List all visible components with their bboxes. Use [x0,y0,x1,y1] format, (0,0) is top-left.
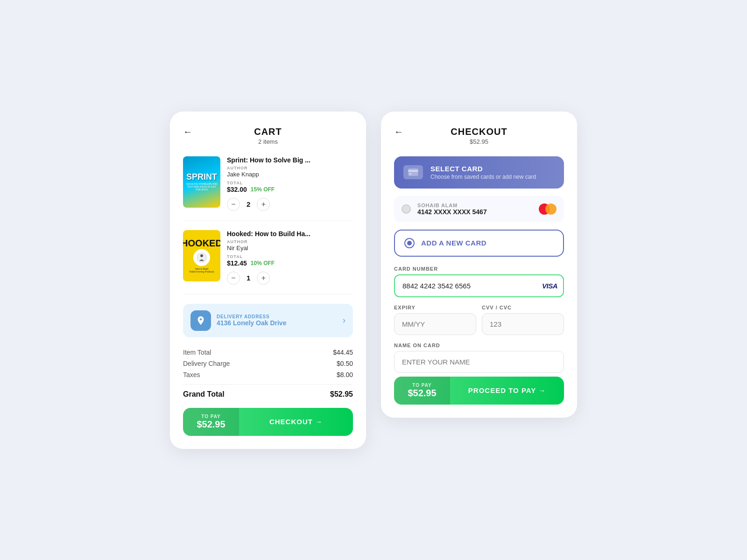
proceed-to-pay-button[interactable]: TO PAY $52.95 PROCEED TO PAY → [394,377,564,405]
item-price-1: $32.00 [227,186,247,193]
item-author-1: Jake Knapp [227,171,353,178]
proceed-action-label: PROCEED TO PAY → [450,386,564,394]
qty-control-1: − 2 + [227,198,353,211]
item-info-1: Sprint: How to Solve Big ... AUTHOR Jake… [227,156,353,211]
item-price-row-2: $12.45 10% OFF [227,259,353,267]
select-card-text: SELECT CARD Choose from saved cards or a… [430,165,536,180]
expiry-label: EXPIRY [394,305,476,310]
proceed-amount: $52.95 [403,388,441,399]
delivery-charge-value: $0.50 [337,360,353,367]
svg-point-1 [200,254,203,257]
item-title-2: Hooked: How to Build Ha... [227,230,353,238]
mastercard-icon [539,203,557,215]
add-new-card-button[interactable]: ADD A NEW CARD [394,230,564,257]
cvv-label: CVV / CVC [482,305,564,310]
checkout-subtitle: $52.95 [470,138,488,145]
cart-title: CART [254,126,282,137]
add-new-card-label: ADD A NEW CARD [421,239,486,247]
item-total-label-2: TOTAL [227,254,353,259]
saved-card-number: 4142 XXXX XXXX 5467 [417,208,532,216]
taxes-value: $8.00 [337,371,353,378]
proceed-to-pay-label: TO PAY [403,383,441,388]
checkout-btn-left: TO PAY $52.95 [183,408,239,436]
card-number-label: CARD NUMBER [394,266,564,272]
item-total-value: $44.45 [333,349,353,356]
checkout-header: ← CHECKOUT $52.95 [394,126,564,145]
proceed-btn-left: TO PAY $52.95 [394,377,450,405]
saved-card-name: SOHAIB ALAM [417,203,532,208]
qty-control-2: − 1 + [227,272,353,285]
cvv-group: CVV / CVC [482,305,564,335]
item-total-label-1: TOTAL [227,181,353,185]
select-card-button[interactable]: SELECT CARD Choose from saved cards or a… [394,156,564,189]
delivery-text: DELIVERY ADDRESS 4136 Lonely Oak Drive [217,314,337,327]
svg-rect-4 [409,174,411,175]
item-author-label-1: AUTHOR [227,166,353,170]
saved-card[interactable]: SOHAIB ALAM 4142 XXXX XXXX 5467 [394,196,564,222]
select-card-subtitle: Choose from saved cards or add new card [430,174,536,180]
expiry-cvv-row: EXPIRY CVV / CVC [394,305,564,335]
qty-increase-1[interactable]: + [257,198,270,211]
expiry-group: EXPIRY [394,305,476,335]
item-price-row-1: $32.00 15% OFF [227,186,353,193]
taxes-row: Taxes $8.00 [183,371,353,378]
qty-decrease-2[interactable]: − [227,272,240,285]
totals-section: Item Total $44.45 Delivery Charge $0.50 … [183,349,353,399]
delivery-address-box[interactable]: DELIVERY ADDRESS 4136 Lonely Oak Drive › [183,304,353,337]
cart-subtitle: 2 items [258,138,278,145]
checkout-panel: ← CHECKOUT $52.95 SELECT CARD Choose fro… [381,112,577,418]
delivery-row: Delivery Charge $0.50 [183,360,353,367]
cart-header: ← CART 2 items [183,126,353,145]
add-card-radio-inner [407,241,412,245]
checkout-to-pay-label: TO PAY [192,414,230,419]
item-discount-2: 10% OFF [251,260,275,266]
item-author-2: Nir Eyal [227,245,353,252]
saved-card-info: SOHAIB ALAM 4142 XXXX XXXX 5467 [417,203,532,216]
card-number-wrap: VISA [394,274,564,297]
grand-total-row: Grand Total $52.95 [183,384,353,399]
name-group: NAME ON CARD [394,343,564,373]
checkout-back-button[interactable]: ← [394,126,403,137]
item-discount-1: 15% OFF [251,186,275,193]
saved-card-radio [402,204,411,214]
item-info-2: Hooked: How to Build Ha... AUTHOR Nir Ey… [227,230,353,285]
item-author-label-2: AUTHOR [227,239,353,244]
name-input[interactable] [394,351,564,373]
select-card-title: SELECT CARD [430,165,536,173]
item-total-label: Item Total [183,349,211,356]
taxes-label: Taxes [183,371,200,378]
item-total-row: Item Total $44.45 [183,349,353,356]
delivery-icon [190,310,211,331]
cart-panel: ← CART 2 items SPRINT SOLVE BIG PROBLEMS… [170,112,366,449]
delivery-charge-label: Delivery Charge [183,360,230,367]
mc-circle-orange [545,203,557,215]
card-number-input[interactable] [394,274,564,297]
book-cover-sprint: SPRINT SOLVE BIG PROBLEMS AND TEST NEW I… [183,156,220,208]
delivery-address: 4136 Lonely Oak Drive [217,319,337,327]
delivery-chevron-icon: › [343,315,345,325]
card-icon [403,165,423,179]
grand-total-value: $52.95 [330,390,353,399]
item-price-2: $12.45 [227,259,247,267]
book-cover-hooked: HOOKED How to BuildHabit-Forming Product… [183,230,220,281]
svg-rect-3 [408,170,418,172]
qty-decrease-1[interactable]: − [227,198,240,211]
checkout-action-label: CHECKOUT → [239,418,353,426]
qty-value-2: 1 [247,274,250,282]
svg-rect-2 [408,168,418,176]
checkout-button[interactable]: TO PAY $52.95 CHECKOUT → [183,408,353,436]
card-number-group: CARD NUMBER VISA [394,266,564,305]
cvv-input[interactable] [482,313,564,335]
checkout-amount: $52.95 [192,419,230,430]
qty-increase-2[interactable]: + [257,272,270,285]
checkout-title: CHECKOUT [451,126,507,137]
expiry-input[interactable] [394,313,476,335]
visa-icon: VISA [542,282,557,290]
name-label: NAME ON CARD [394,343,564,348]
add-card-radio [404,238,415,248]
cart-item-1: SPRINT SOLVE BIG PROBLEMS AND TEST NEW I… [183,156,353,221]
cart-back-button[interactable]: ← [183,126,192,137]
qty-value-1: 2 [247,200,250,208]
delivery-label: DELIVERY ADDRESS [217,314,337,319]
item-title-1: Sprint: How to Solve Big ... [227,156,353,164]
